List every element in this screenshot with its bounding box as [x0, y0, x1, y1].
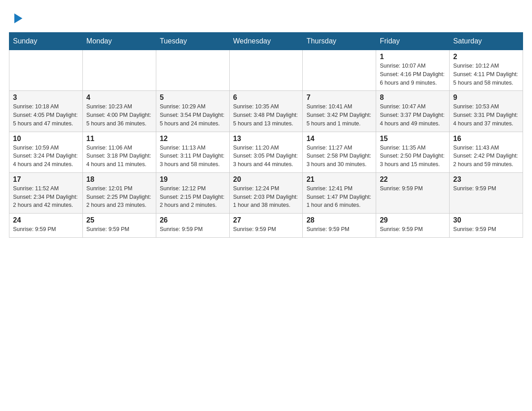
day-info: Sunrise: 10:35 AM Sunset: 3:48 PM Daylig… — [233, 103, 299, 128]
calendar-day-cell — [156, 50, 229, 91]
calendar-day-cell: 30Sunrise: 9:59 PM — [450, 214, 523, 238]
day-number: 17 — [13, 176, 79, 184]
day-info: Sunrise: 9:59 PM — [380, 184, 446, 193]
calendar-day-cell: 21Sunrise: 12:41 PM Sunset: 1:47 PM Dayl… — [303, 172, 376, 213]
calendar-week-row: 1Sunrise: 10:07 AM Sunset: 4:16 PM Dayli… — [9, 50, 523, 91]
calendar-day-cell: 22Sunrise: 9:59 PM — [376, 172, 450, 213]
calendar-day-cell: 25Sunrise: 9:59 PM — [82, 214, 156, 238]
calendar-day-cell: 24Sunrise: 9:59 PM — [9, 214, 83, 238]
calendar-day-cell: 26Sunrise: 9:59 PM — [156, 214, 229, 238]
day-info: Sunrise: 9:59 PM — [160, 225, 226, 234]
calendar-day-cell — [9, 50, 83, 91]
calendar-day-header: Tuesday — [156, 33, 229, 50]
calendar-day-cell: 28Sunrise: 9:59 PM — [303, 214, 376, 238]
day-info: Sunrise: 10:59 AM Sunset: 3:24 PM Daylig… — [13, 144, 79, 169]
day-info: Sunrise: 10:41 AM Sunset: 3:42 PM Daylig… — [306, 103, 372, 128]
calendar-day-header: Thursday — [303, 33, 376, 50]
day-info: Sunrise: 12:41 PM Sunset: 1:47 PM Daylig… — [306, 184, 372, 210]
calendar-day-cell: 14Sunrise: 11:27 AM Sunset: 2:58 PM Dayl… — [303, 132, 376, 172]
day-info: Sunrise: 10:23 AM Sunset: 4:00 PM Daylig… — [86, 103, 152, 128]
day-info: Sunrise: 10:12 AM Sunset: 4:11 PM Daylig… — [453, 62, 519, 87]
day-number: 11 — [86, 135, 152, 143]
day-number: 10 — [13, 135, 79, 143]
day-number: 16 — [453, 135, 519, 143]
day-info: Sunrise: 11:13 AM Sunset: 3:11 PM Daylig… — [160, 144, 226, 169]
day-info: Sunrise: 11:06 AM Sunset: 3:18 PM Daylig… — [86, 144, 152, 169]
day-info: Sunrise: 11:43 AM Sunset: 2:42 PM Daylig… — [453, 144, 519, 169]
calendar-day-cell: 13Sunrise: 11:20 AM Sunset: 3:05 PM Dayl… — [229, 132, 303, 172]
day-number: 5 — [160, 94, 226, 102]
calendar-day-cell: 5Sunrise: 10:29 AM Sunset: 3:54 PM Dayli… — [156, 91, 229, 132]
calendar-day-cell: 11Sunrise: 11:06 AM Sunset: 3:18 PM Dayl… — [82, 132, 156, 172]
day-info: Sunrise: 10:47 AM Sunset: 3:37 PM Daylig… — [380, 103, 446, 128]
day-info: Sunrise: 11:20 AM Sunset: 3:05 PM Daylig… — [233, 144, 299, 169]
day-number: 2 — [453, 53, 519, 61]
calendar-day-cell: 19Sunrise: 12:12 PM Sunset: 2:15 PM Dayl… — [156, 172, 229, 213]
day-number: 8 — [380, 94, 446, 102]
day-number: 30 — [453, 216, 519, 224]
calendar-day-cell: 7Sunrise: 10:41 AM Sunset: 3:42 PM Dayli… — [303, 91, 376, 132]
day-number: 22 — [380, 176, 446, 184]
day-number: 13 — [233, 135, 299, 143]
day-number: 18 — [86, 176, 152, 184]
day-number: 3 — [13, 94, 79, 102]
calendar-day-header: Wednesday — [229, 33, 303, 50]
calendar-day-cell: 10Sunrise: 10:59 AM Sunset: 3:24 PM Dayl… — [9, 132, 83, 172]
day-number: 26 — [160, 216, 226, 224]
calendar-week-row: 24Sunrise: 9:59 PM25Sunrise: 9:59 PM26Su… — [9, 214, 523, 238]
day-number: 15 — [380, 135, 446, 143]
calendar-day-cell — [229, 50, 303, 91]
day-info: Sunrise: 9:59 PM — [233, 225, 299, 234]
day-number: 24 — [13, 216, 79, 224]
calendar-day-header: Saturday — [450, 33, 523, 50]
calendar-day-header: Sunday — [9, 33, 83, 50]
calendar-day-cell: 2Sunrise: 10:12 AM Sunset: 4:11 PM Dayli… — [450, 50, 523, 91]
day-number: 1 — [380, 53, 446, 61]
day-number: 23 — [453, 176, 519, 184]
day-info: Sunrise: 9:59 PM — [453, 225, 519, 234]
calendar-day-cell: 6Sunrise: 10:35 AM Sunset: 3:48 PM Dayli… — [229, 91, 303, 132]
day-info: Sunrise: 9:59 PM — [306, 225, 372, 234]
calendar-day-cell: 4Sunrise: 10:23 AM Sunset: 4:00 PM Dayli… — [82, 91, 156, 132]
day-number: 12 — [160, 135, 226, 143]
calendar-day-cell: 23Sunrise: 9:59 PM — [450, 172, 523, 213]
day-number: 27 — [233, 216, 299, 224]
day-info: Sunrise: 12:12 PM Sunset: 2:15 PM Daylig… — [160, 184, 226, 210]
calendar-day-cell: 17Sunrise: 11:52 AM Sunset: 2:34 PM Dayl… — [9, 172, 83, 213]
calendar-day-cell: 8Sunrise: 10:47 AM Sunset: 3:37 PM Dayli… — [376, 91, 450, 132]
calendar-table: SundayMondayTuesdayWednesdayThursdayFrid… — [9, 32, 523, 238]
calendar-day-cell: 9Sunrise: 10:53 AM Sunset: 3:31 PM Dayli… — [450, 91, 523, 132]
calendar-day-cell: 18Sunrise: 12:01 PM Sunset: 2:25 PM Dayl… — [82, 172, 156, 213]
day-info: Sunrise: 10:07 AM Sunset: 4:16 PM Daylig… — [380, 62, 446, 87]
day-info: Sunrise: 9:59 PM — [86, 225, 152, 234]
day-number: 9 — [453, 94, 519, 102]
calendar-day-cell: 12Sunrise: 11:13 AM Sunset: 3:11 PM Dayl… — [156, 132, 229, 172]
calendar-week-row: 10Sunrise: 10:59 AM Sunset: 3:24 PM Dayl… — [9, 132, 523, 172]
calendar-day-cell: 1Sunrise: 10:07 AM Sunset: 4:16 PM Dayli… — [376, 50, 450, 91]
calendar-day-cell — [82, 50, 156, 91]
calendar-day-cell: 20Sunrise: 12:24 PM Sunset: 2:03 PM Dayl… — [229, 172, 303, 213]
logo-arrow-icon — [14, 13, 22, 23]
day-info: Sunrise: 11:52 AM Sunset: 2:34 PM Daylig… — [13, 184, 79, 210]
day-info: Sunrise: 10:18 AM Sunset: 4:05 PM Daylig… — [13, 103, 79, 128]
day-number: 6 — [233, 94, 299, 102]
day-info: Sunrise: 9:59 PM — [453, 184, 519, 193]
day-info: Sunrise: 12:24 PM Sunset: 2:03 PM Daylig… — [233, 184, 299, 210]
calendar-day-header: Monday — [82, 33, 156, 50]
calendar-day-header: Friday — [376, 33, 450, 50]
calendar-day-cell — [303, 50, 376, 91]
day-number: 21 — [306, 176, 372, 184]
day-info: Sunrise: 10:29 AM Sunset: 3:54 PM Daylig… — [160, 103, 226, 128]
logo — [13, 13, 23, 23]
calendar-day-cell: 16Sunrise: 11:43 AM Sunset: 2:42 PM Dayl… — [450, 132, 523, 172]
day-number: 14 — [306, 135, 372, 143]
calendar-day-cell: 29Sunrise: 9:59 PM — [376, 214, 450, 238]
calendar-day-cell: 15Sunrise: 11:35 AM Sunset: 2:50 PM Dayl… — [376, 132, 450, 172]
day-number: 19 — [160, 176, 226, 184]
day-info: Sunrise: 10:53 AM Sunset: 3:31 PM Daylig… — [453, 103, 519, 128]
day-info: Sunrise: 11:27 AM Sunset: 2:58 PM Daylig… — [306, 144, 372, 169]
calendar-header-row: SundayMondayTuesdayWednesdayThursdayFrid… — [9, 33, 523, 50]
calendar-day-cell: 3Sunrise: 10:18 AM Sunset: 4:05 PM Dayli… — [9, 91, 83, 132]
day-info: Sunrise: 9:59 PM — [13, 225, 79, 234]
calendar-week-row: 3Sunrise: 10:18 AM Sunset: 4:05 PM Dayli… — [9, 91, 523, 132]
